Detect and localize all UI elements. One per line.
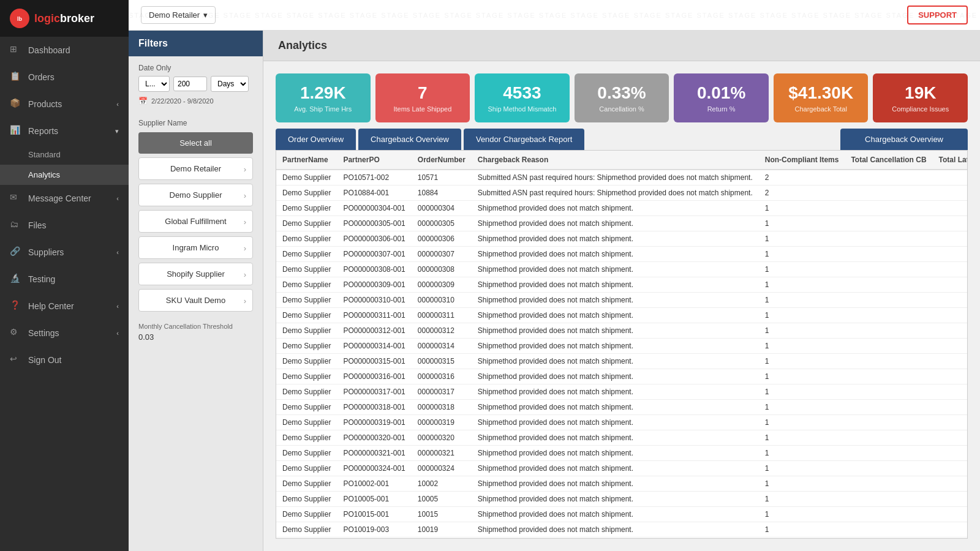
support-button[interactable]: SUPPORT <box>907 6 968 24</box>
table-row[interactable]: Demo SupplierPO000000308-001000000308Shi… <box>276 262 968 277</box>
sidebar-item-analytics[interactable]: Analytics <box>0 165 129 185</box>
range-select[interactable]: L... <box>138 76 170 92</box>
table-row[interactable]: Demo SupplierPO000000316-001000000316Shi… <box>276 369 968 384</box>
table-cell: 000000315 <box>412 354 472 369</box>
table-row[interactable]: Demo SupplierPO000000315-001000000315Shi… <box>276 354 968 369</box>
table-row[interactable]: Demo SupplierPO10571-00210571Submitted A… <box>276 170 968 186</box>
table-cell <box>933 308 968 323</box>
table-row[interactable]: Demo SupplierPO000000321-001000000321Shi… <box>276 446 968 461</box>
table-row[interactable]: Demo SupplierPO10019-00310019Shipmethod … <box>276 522 968 538</box>
table-row[interactable]: Demo SupplierPO000000324-001000000324Shi… <box>276 461 968 476</box>
tab-row: Order OverviewChargeback OverviewVendor … <box>263 122 980 150</box>
table-row[interactable]: Demo SupplierPO000000317-001000000317Shi… <box>276 384 968 400</box>
kpi-row: 1.29K Avg. Ship Time Hrs 7 Items Late Sh… <box>263 61 980 122</box>
table-cell <box>845 384 932 400</box>
table-cell: Shipmethod provided does not match shipm… <box>472 369 759 384</box>
table-cell <box>845 446 932 461</box>
table-row[interactable]: Demo SupplierPO000000306-001000000306Shi… <box>276 231 968 247</box>
table-cell: 1 <box>759 308 845 323</box>
table-row[interactable]: Demo SupplierPO000000305-001000000305Shi… <box>276 216 968 231</box>
supplier-btn-demo-supplier[interactable]: Demo Supplier <box>138 184 253 206</box>
sidebar-item-products[interactable]: 📦Products‹ <box>0 91 129 118</box>
days-unit-select[interactable]: Days <box>211 76 249 92</box>
table-row[interactable]: Demo SupplierPO10020-00110020Shipmethod … <box>276 538 968 539</box>
table-cell: 1 <box>759 262 845 277</box>
main-content: Analytics 1.29K Avg. Ship Time Hrs 7 Ite… <box>263 31 980 551</box>
tab-vendor-chargeback[interactable]: Vendor Chargeback Report <box>464 129 585 150</box>
sidebar-item-settings[interactable]: ⚙Settings‹ <box>0 320 129 347</box>
table-cell: Demo Supplier <box>276 430 337 446</box>
table-row[interactable]: Demo SupplierPO000000312-001000000312Shi… <box>276 323 968 339</box>
reports-icon: 📊 <box>10 125 22 137</box>
kpi-label-0: Avg. Ship Time Hrs <box>285 105 361 113</box>
sidebar-label-settings: Settings <box>28 328 59 338</box>
calendar-icon: 📅 <box>138 97 148 105</box>
table-cell <box>845 369 932 384</box>
table-row[interactable]: Demo SupplierPO10002-00110002Shipmethod … <box>276 476 968 492</box>
table-cell <box>933 339 968 354</box>
table-cell: Demo Supplier <box>276 369 337 384</box>
threshold-section: Monthly Cancellation Threshold 0.03 <box>129 315 263 349</box>
retailer-selector[interactable]: Demo Retailer ▾ <box>141 6 216 24</box>
table-row[interactable]: Demo SupplierPO000000307-001000000307Shi… <box>276 247 968 262</box>
table-row[interactable]: Demo SupplierPO10015-00110015Shipmethod … <box>276 507 968 522</box>
table-row[interactable]: Demo SupplierPO000000314-001000000314Shi… <box>276 339 968 354</box>
filter-row: L... Days <box>138 76 253 92</box>
table-cell <box>933 369 968 384</box>
supplier-btn-sku-vault-demo[interactable]: SKU Vault Demo <box>138 289 253 312</box>
sidebar-item-orders[interactable]: 📋Orders <box>0 64 129 91</box>
table-row[interactable]: Demo SupplierPO000000320-001000000320Shi… <box>276 430 968 446</box>
tab-chargeback-overview[interactable]: Chargeback Overview <box>358 129 461 150</box>
sidebar-item-help-center[interactable]: ❓Help Center‹ <box>0 293 129 320</box>
kpi-label-4: Return % <box>684 105 759 113</box>
table-cell: Demo Supplier <box>276 492 337 507</box>
table-row[interactable]: Demo SupplierPO000000318-001000000318Shi… <box>276 400 968 415</box>
table-cell: PO000000316-001 <box>337 369 411 384</box>
kpi-value-3: 0.33% <box>584 83 660 103</box>
days-input[interactable] <box>173 77 207 91</box>
table-cell: 1 <box>759 461 845 476</box>
table-row[interactable]: Demo SupplierPO000000310-001000000310Shi… <box>276 293 968 308</box>
table-row[interactable]: Demo SupplierPO000000311-001000000311Shi… <box>276 308 968 323</box>
supplier-btn-global-fulfillment[interactable]: Global Fulfillment <box>138 210 253 233</box>
supplier-btn-demo-retailer[interactable]: Demo Retailer <box>138 157 253 180</box>
table-row[interactable]: Demo SupplierPO000000309-001000000309Shi… <box>276 277 968 293</box>
sidebar-item-files[interactable]: 🗂Files <box>0 212 129 239</box>
help-center-icon: ❓ <box>10 300 22 312</box>
sidebar-item-testing[interactable]: 🔬Testing <box>0 266 129 293</box>
table-cell: PO000000306-001 <box>337 231 411 247</box>
table-row[interactable]: Demo SupplierPO10884-00110884Submitted A… <box>276 186 968 201</box>
table-cell: Demo Supplier <box>276 247 337 262</box>
table-cell: Shipmethod provided does not match shipm… <box>472 461 759 476</box>
table-row[interactable]: Demo SupplierPO10005-00110005Shipmethod … <box>276 492 968 507</box>
sidebar-item-standard[interactable]: Standard <box>0 144 129 165</box>
table-cell: 1 <box>759 415 845 430</box>
filter-header: Filters <box>129 31 263 56</box>
kpi-value-5: $41.30K <box>783 83 859 103</box>
supplier-btn-shopify-supplier[interactable]: Shopify Supplier <box>138 263 253 285</box>
settings-icon: ⚙ <box>10 327 22 339</box>
table-cell: 000000305 <box>412 216 472 231</box>
chevron-icon: ‹ <box>116 249 119 256</box>
sidebar-item-suppliers[interactable]: 🔗Suppliers‹ <box>0 239 129 266</box>
page-header: Analytics <box>263 31 980 61</box>
table-cell <box>845 507 932 522</box>
main-area: STAGE STAGE STAGE STAGE STAGE STAGE STAG… <box>129 0 980 551</box>
table-cell: Shipmethod provided does not match shipm… <box>472 201 759 216</box>
kpi-label-1: Items Late Shipped <box>385 105 461 113</box>
files-icon: 🗂 <box>10 219 22 231</box>
sidebar-item-sign-out[interactable]: ↩Sign Out <box>0 347 129 373</box>
sidebar-item-dashboard[interactable]: ⊞Dashboard <box>0 37 129 64</box>
tab-order-overview[interactable]: Order Overview <box>276 129 356 150</box>
select-all-button[interactable]: Select all <box>138 132 253 154</box>
orders-icon: 📋 <box>10 71 22 83</box>
chargeback-overview-tab[interactable]: Chargeback Overview <box>840 129 968 150</box>
sidebar-item-message-center[interactable]: ✉Message Center‹ <box>0 185 129 212</box>
sidebar-label-products: Products <box>28 99 62 109</box>
table-row[interactable]: Demo SupplierPO000000304-001000000304Shi… <box>276 201 968 216</box>
table-cell: 1 <box>759 293 845 308</box>
supplier-btn-ingram-micro[interactable]: Ingram Micro <box>138 236 253 259</box>
table-row[interactable]: Demo SupplierPO000000319-001000000319Shi… <box>276 415 968 430</box>
sidebar-item-reports[interactable]: 📊Reports▾ <box>0 118 129 144</box>
table-cell: 10019 <box>412 522 472 538</box>
